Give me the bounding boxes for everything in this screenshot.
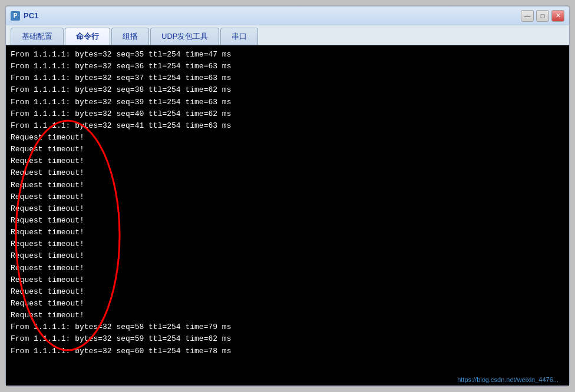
terminal-line: From 1.1.1.1: bytes=32 seq=38 ttl=254 ti… (11, 84, 564, 96)
title-buttons: — □ ✕ (521, 10, 564, 22)
terminal-line: From 1.1.1.1: bytes=32 seq=35 ttl=254 ti… (11, 49, 564, 61)
terminal-line: Request timeout! (11, 274, 564, 286)
terminal-line: From 1.1.1.1: bytes=32 seq=59 ttl=254 ti… (11, 333, 564, 345)
terminal-line: Request timeout! (11, 263, 564, 274)
terminal-line: Request timeout! (11, 191, 564, 203)
tab-basic-config[interactable]: 基础配置 (11, 28, 64, 45)
terminal-line: Request timeout! (11, 132, 564, 144)
terminal-line: From 1.1.1.1: bytes=32 seq=37 ttl=254 ti… (11, 72, 564, 84)
terminal-line: From 1.1.1.1: bytes=32 seq=60 ttl=254 ti… (11, 346, 564, 357)
close-button[interactable]: ✕ (551, 10, 564, 22)
terminal-line: From 1.1.1.1: bytes=32 seq=40 ttl=254 ti… (11, 108, 564, 120)
tab-bar: 基础配置 命令行 组播 UDP发包工具 串口 (6, 25, 569, 45)
tab-multicast[interactable]: 组播 (111, 28, 149, 45)
tab-udp-tool[interactable]: UDP发包工具 (150, 28, 219, 45)
window-icon: P (11, 11, 20, 21)
tab-serial[interactable]: 串口 (220, 28, 258, 45)
terminal-line: Request timeout! (11, 238, 564, 250)
minimize-button[interactable]: — (521, 10, 534, 22)
terminal-line: From 1.1.1.1: bytes=32 seq=36 ttl=254 ti… (11, 61, 564, 72)
terminal-line: Request timeout! (11, 180, 564, 191)
terminal-line: Request timeout! (11, 155, 564, 167)
title-bar-left: P PC1 (11, 11, 38, 21)
title-bar: P PC1 — □ ✕ (6, 6, 569, 25)
terminal-line: Request timeout! (11, 144, 564, 155)
terminal-line: Request timeout! (11, 215, 564, 227)
terminal-line: Request timeout! (11, 310, 564, 321)
terminal-line: Request timeout! (11, 167, 564, 179)
terminal-line: Request timeout! (11, 203, 564, 215)
terminal-line: From 1.1.1.1: bytes=32 seq=58 ttl=254 ti… (11, 321, 564, 333)
maximize-button[interactable]: □ (536, 10, 549, 22)
terminal-line: From 1.1.1.1: bytes=32 seq=39 ttl=254 ti… (11, 97, 564, 108)
window-title: PC1 (24, 11, 38, 20)
terminal-line: Request timeout! (11, 286, 564, 298)
terminal-output[interactable]: From 1.1.1.1: bytes=32 seq=35 ttl=254 ti… (6, 45, 569, 386)
tab-command-line[interactable]: 命令行 (65, 28, 110, 45)
content-area: From 1.1.1.1: bytes=32 seq=35 ttl=254 ti… (6, 45, 569, 386)
main-window: P PC1 — □ ✕ 基础配置 命令行 组播 UDP发包工具 串口 From … (5, 5, 570, 387)
terminal-line: From 1.1.1.1: bytes=32 seq=41 ttl=254 ti… (11, 120, 564, 132)
terminal-line: Request timeout! (11, 227, 564, 238)
terminal-line: Request timeout! (11, 298, 564, 310)
terminal-line: Request timeout! (11, 250, 564, 262)
